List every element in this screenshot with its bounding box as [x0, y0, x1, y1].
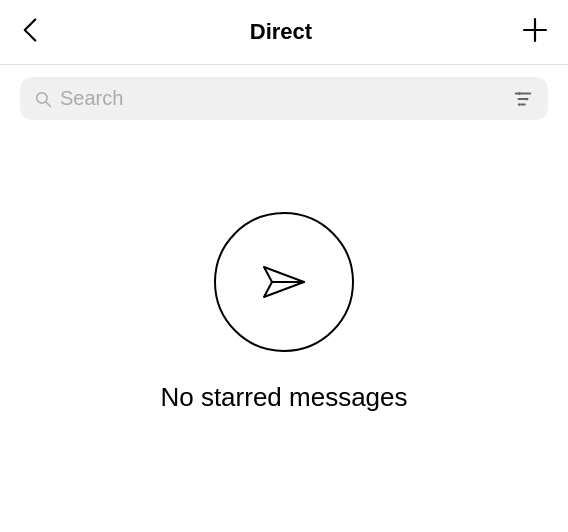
search-icon — [34, 90, 52, 108]
svg-point-6 — [525, 97, 528, 100]
filter-button[interactable] — [512, 88, 534, 110]
svg-point-5 — [518, 92, 521, 95]
header: Direct — [0, 0, 568, 65]
svg-line-1 — [46, 102, 51, 107]
back-button[interactable] — [20, 16, 40, 49]
empty-state-text: No starred messages — [160, 382, 407, 413]
page-title: Direct — [250, 19, 312, 45]
search-left: Search — [34, 87, 123, 110]
search-input-placeholder: Search — [60, 87, 123, 110]
search-container: Search — [0, 65, 568, 132]
search-bar[interactable]: Search — [20, 77, 548, 120]
new-message-button[interactable] — [522, 17, 548, 48]
empty-state: No starred messages — [0, 132, 568, 413]
send-icon — [254, 252, 314, 312]
svg-point-7 — [518, 103, 521, 106]
send-icon-container — [214, 212, 354, 352]
